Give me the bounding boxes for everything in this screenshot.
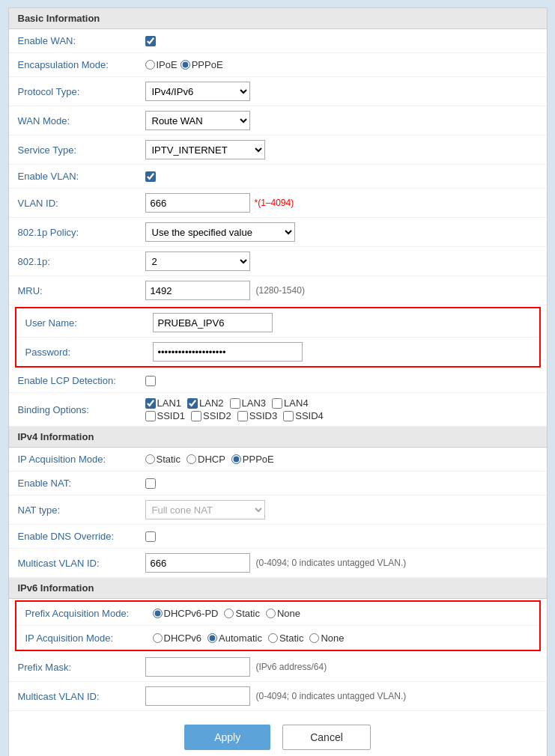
- dns-override-control: [145, 531, 538, 542]
- dot1p-policy-label: 802.1p Policy:: [18, 227, 145, 238]
- ipv6-dhcpv6-radio[interactable]: [153, 633, 163, 643]
- dot1p-control: 01234567: [145, 252, 538, 271]
- enable-wan-checkbox[interactable]: [145, 36, 156, 46]
- vlan-id-control: *(1–4094): [145, 193, 538, 213]
- binding-lan3: LAN3: [230, 397, 267, 409]
- vlan-id-row: VLAN ID: *(1–4094): [9, 189, 547, 218]
- binding-lan2: LAN2: [187, 397, 224, 409]
- enable-vlan-checkbox[interactable]: [145, 171, 156, 182]
- cancel-button[interactable]: Cancel: [282, 725, 371, 750]
- apply-button[interactable]: Apply: [184, 725, 270, 750]
- password-input[interactable]: [153, 342, 303, 362]
- prefix-acq-label: Prefix Acquisition Mode:: [25, 608, 153, 619]
- ssid4-label: SSID4: [295, 410, 324, 421]
- enable-nat-checkbox[interactable]: [145, 478, 156, 489]
- enable-lcp-checkbox[interactable]: [145, 376, 156, 386]
- ipv6-none-radio[interactable]: [309, 633, 319, 643]
- prefix-static-radio[interactable]: [224, 609, 234, 618]
- lan4-label: LAN4: [284, 397, 309, 409]
- dot1p-policy-select[interactable]: Use the specified value Use default valu…: [145, 222, 295, 242]
- ipv4-multicast-control: (0-4094; 0 indicates untagged VLAN.): [145, 553, 538, 573]
- ssid4-checkbox[interactable]: [283, 411, 294, 421]
- dot1p-select[interactable]: 01234567: [145, 252, 250, 271]
- ipv4-acq-control: Static DHCP PPPoE: [145, 454, 538, 465]
- ipv4-acq-label: IP Acquisition Mode:: [18, 454, 145, 465]
- ipv6-automatic-radio[interactable]: [207, 633, 217, 643]
- mru-hint: (1280-1540): [256, 285, 305, 296]
- ipv6-acq-label: IP Acquisition Mode:: [25, 632, 153, 644]
- wan-mode-select[interactable]: Route WAN Bridge WAN: [145, 111, 250, 130]
- binding-lan-row: LAN1 LAN2 LAN3 LAN4: [145, 397, 324, 409]
- ipv6-acq-control: DHCPv6 Automatic Static None: [153, 632, 530, 644]
- wan-mode-label: WAN Mode:: [18, 115, 145, 126]
- prefix-acq-control: DHCPv6-PD Static None: [153, 608, 530, 619]
- ipv6-static-radio[interactable]: [268, 633, 278, 643]
- binding-control: LAN1 LAN2 LAN3 LAN4: [145, 397, 538, 421]
- enable-lcp-label: Enable LCP Detection:: [18, 375, 145, 386]
- prefix-mask-input[interactable]: [145, 657, 250, 677]
- protocol-type-select[interactable]: IPv4/IPv6 IPv4 IPv6: [145, 82, 250, 101]
- ipv4-multicast-hint: (0-4094; 0 indicates untagged VLAN.): [256, 558, 407, 568]
- vlan-id-hint: *(1–4094): [255, 198, 294, 208]
- mru-label: MRU:: [18, 285, 145, 296]
- ipv4-static-item: Static: [145, 454, 181, 465]
- lan1-checkbox[interactable]: [145, 398, 156, 409]
- lan2-label: LAN2: [199, 397, 224, 409]
- ssid3-label: SSID3: [249, 410, 278, 421]
- enable-vlan-row: Enable VLAN:: [9, 165, 547, 189]
- ipv6-dhcpv6-label: DHCPv6: [164, 632, 202, 644]
- dns-override-checkbox[interactable]: [145, 531, 156, 542]
- vlan-id-input[interactable]: [145, 193, 250, 213]
- mru-control: (1280-1540): [145, 281, 538, 300]
- nat-type-row: NAT type: Full cone NAT Symmetric NAT: [9, 496, 547, 525]
- lan4-checkbox[interactable]: [272, 398, 282, 409]
- service-type-control: IPTV_INTERNET: [145, 140, 538, 159]
- enable-wan-label: Enable WAN:: [18, 35, 145, 46]
- protocol-type-label: Protocol Type:: [18, 86, 145, 97]
- binding-ssid2: SSID2: [191, 410, 231, 421]
- nat-type-control: Full cone NAT Symmetric NAT: [145, 500, 538, 519]
- ipv6-multicast-hint: (0-4094; 0 indicates untagged VLAN.): [256, 691, 407, 701]
- ipv6-automatic-label: Automatic: [219, 632, 262, 644]
- ssid2-checkbox[interactable]: [191, 411, 201, 421]
- prefix-none-radio[interactable]: [266, 609, 276, 618]
- protocol-type-row: Protocol Type: IPv4/IPv6 IPv4 IPv6: [9, 77, 547, 106]
- service-type-select[interactable]: IPTV_INTERNET: [145, 140, 265, 159]
- ipv6-multicast-input[interactable]: [145, 686, 250, 706]
- ipv4-dhcp-radio[interactable]: [186, 454, 196, 464]
- ipv4-info-header: IPv4 Information: [9, 427, 547, 448]
- ipv4-static-radio[interactable]: [145, 454, 155, 464]
- ipv6-dhcpv6-item: DHCPv6: [153, 632, 202, 644]
- prefix-mask-hint: (IPv6 address/64): [256, 662, 327, 672]
- password-control: [153, 342, 530, 362]
- ipv4-pppoe-radio[interactable]: [231, 454, 241, 464]
- encap-pppoe-label: PPPoE: [192, 59, 223, 70]
- prefix-dhcpv6pd-radio[interactable]: [153, 609, 163, 618]
- prefix-none-item: None: [266, 608, 300, 619]
- service-type-row: Service Type: IPTV_INTERNET: [9, 135, 547, 165]
- dot1p-label: 802.1p:: [18, 256, 145, 267]
- dns-override-row: Enable DNS Override:: [9, 525, 547, 549]
- encap-pppoe-radio[interactable]: [181, 60, 190, 70]
- encapsulation-row: Encapsulation Mode: IPoE PPPoE: [9, 53, 547, 77]
- lan2-checkbox[interactable]: [187, 398, 198, 409]
- prefix-static-item: Static: [224, 608, 260, 619]
- encap-ipoe-label: IPoE: [157, 59, 178, 70]
- protocol-type-control: IPv4/IPv6 IPv4 IPv6: [145, 82, 538, 101]
- ipv6-highlighted-section: Prefix Acquisition Mode: DHCPv6-PD Stati…: [15, 600, 541, 651]
- button-row: Apply Cancel: [9, 711, 547, 756]
- basic-info-header: Basic Information: [9, 8, 547, 29]
- nat-type-select[interactable]: Full cone NAT Symmetric NAT: [145, 500, 265, 519]
- lan3-checkbox[interactable]: [230, 398, 240, 409]
- lan3-label: LAN3: [242, 397, 267, 409]
- enable-lcp-control: [145, 376, 538, 386]
- mru-input[interactable]: [145, 281, 250, 300]
- ssid3-checkbox[interactable]: [237, 411, 248, 421]
- prefix-dhcpv6pd-label: DHCPv6-PD: [164, 608, 219, 619]
- username-input[interactable]: [153, 313, 273, 332]
- ipv4-multicast-input[interactable]: [145, 553, 250, 573]
- encap-ipoe-radio[interactable]: [145, 60, 155, 70]
- binding-row: Binding Options: LAN1 LAN2 LAN3: [9, 393, 547, 427]
- ssid1-label: SSID1: [157, 410, 186, 421]
- ssid1-checkbox[interactable]: [145, 411, 156, 421]
